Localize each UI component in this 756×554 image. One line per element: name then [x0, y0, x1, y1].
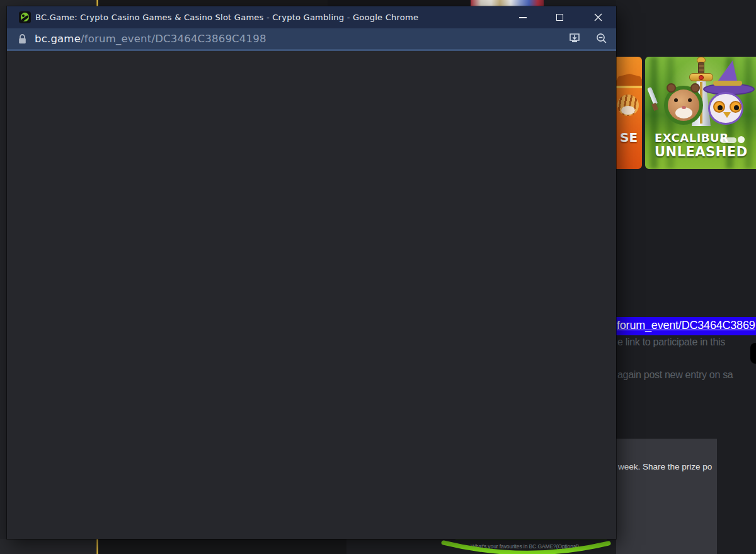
selected-text-highlight: forum_event/DC3464C3869 [616, 317, 756, 335]
forum-post-text: week. Share the prize po [618, 462, 712, 471]
forum-event-link[interactable]: forum_event/DC3464C3869 [617, 319, 755, 332]
zoom-out-icon[interactable] [595, 33, 609, 45]
provider-logo [720, 137, 736, 143]
banner-title-line1: EXCALIBUR [655, 131, 729, 144]
game-banner-excalibur[interactable]: EXCALIBUR UNLEASHED [645, 57, 756, 169]
black-pill-button[interactable] [750, 343, 756, 364]
sword-handle-art [698, 62, 704, 74]
background-top-strip [0, 0, 616, 6]
url-text[interactable]: bc.game/forum_event/DC3464C3869C4198 [35, 28, 266, 49]
event-text-line2: again post new entry on sa [617, 369, 733, 381]
mouse-eye-art [674, 98, 678, 102]
install-app-icon[interactable] [569, 33, 582, 45]
game-banner-left-partial[interactable]: SE [616, 57, 642, 169]
window-title: BC.Game: Crypto Casino Games & Casino Sl… [35, 6, 438, 28]
provider-logo-mark [738, 136, 745, 143]
banner-title-line2: UNLEASHED [655, 144, 748, 159]
sword-gem-art [699, 75, 704, 80]
owl-pupil-art [734, 105, 739, 110]
pagoda-roof-trim [616, 86, 642, 88]
close-icon [594, 13, 602, 21]
background-left-strip [0, 6, 7, 539]
yellow-divider-line [96, 0, 98, 6]
mouse-eye-art [688, 98, 692, 102]
maximize-icon [556, 14, 563, 21]
minimize-icon [519, 17, 527, 18]
mouse-ear-art [667, 83, 676, 93]
screen: SE [0, 0, 756, 554]
url-path: /forum_event/DC3464C3869C4198 [81, 33, 266, 45]
owl-pupil-art [718, 105, 723, 110]
chrome-popup-window: BC.Game: Crypto Casino Games & Casino Sl… [7, 6, 616, 539]
owl-beak-art [723, 112, 731, 118]
minimize-button[interactable] [510, 6, 536, 28]
banner-caption: SE [620, 130, 641, 145]
lock-icon [18, 33, 27, 45]
tiger-muzzle-art [621, 106, 635, 115]
close-button[interactable] [585, 6, 610, 28]
url-domain: bc.game [35, 33, 81, 45]
background-panel [544, 0, 616, 6]
yellow-divider-line [96, 539, 98, 554]
popup-page-content [7, 51, 616, 539]
background-page-right: SE [616, 0, 756, 554]
background-panel [0, 539, 96, 554]
forum-post-card: week. Share the prize po [616, 439, 717, 554]
address-bar[interactable]: bc.game/forum_event/DC3464C3869C4198 [7, 28, 616, 49]
banner-image-fragment [471, 0, 544, 6]
owl-eye-art [730, 101, 742, 113]
wizard-hat-band-art [713, 81, 742, 86]
mouse-nose-art [682, 106, 686, 109]
maximize-button[interactable] [547, 6, 572, 28]
background-bottom-strip: What's your favourites in BC.GAME?(Optio… [0, 539, 616, 554]
window-titlebar[interactable]: BC.Game: Crypto Casino Games & Casino Sl… [7, 6, 616, 28]
bcgame-favicon-icon [19, 11, 31, 23]
owl-eye-art [713, 101, 725, 113]
background-panel [0, 0, 96, 6]
mouse-ear-art [690, 83, 700, 93]
background-panel [328, 0, 471, 6]
event-text-line1: e link to participate in this [617, 337, 725, 348]
